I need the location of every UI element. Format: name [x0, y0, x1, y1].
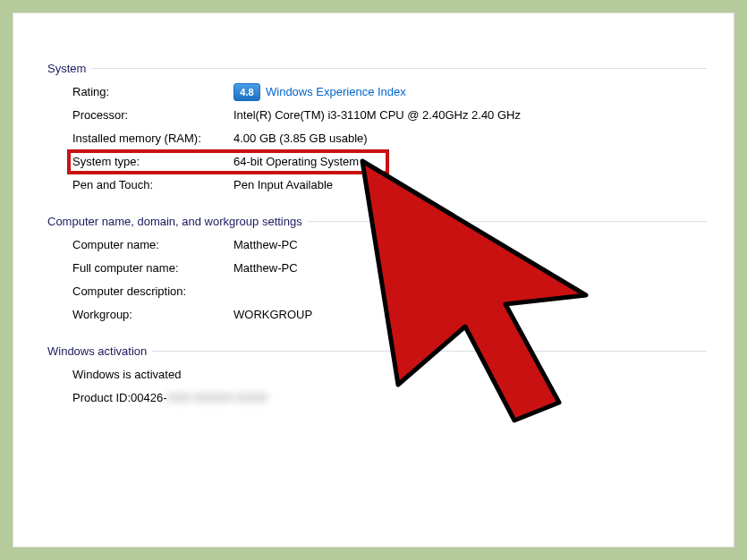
value-workgroup: WORKGROUP [233, 305, 707, 325]
label-fullname: Full computer name: [72, 259, 233, 278]
value-productid-prefix: 00426- [131, 388, 166, 408]
row-memory: Installed memory (RAM): 4.00 GB (3.85 GB… [72, 129, 707, 148]
row-pentouch: Pen and Touch: Pen Input Available [72, 175, 707, 195]
row-productid: Product ID: 00426- XXX-XXXXX-XXXX [72, 388, 707, 408]
row-computername: Computer name: Matthew-PC [72, 235, 707, 255]
value-systype: 64-bit Operating System [233, 152, 707, 172]
wei-link[interactable]: Windows Experience Index [266, 82, 406, 102]
row-fullname: Full computer name: Matthew-PC [72, 259, 707, 278]
value-description [233, 282, 707, 301]
value-productid-hidden: XXX-XXXXX-XXXX [167, 388, 268, 408]
label-description: Computer description: [72, 282, 233, 301]
row-workgroup: Workgroup: WORKGROUP [72, 305, 707, 325]
label-systype: System type: [72, 152, 233, 172]
label-memory: Installed memory (RAM): [72, 129, 233, 148]
label-productid: Product ID: [72, 388, 131, 408]
row-processor: Processor: Intel(R) Core(TM) i3-3110M CP… [72, 106, 707, 125]
value-rating: 4.8 Windows Experience Index [233, 82, 707, 102]
section-header-computer: Computer name, domain, and workgroup set… [47, 215, 707, 228]
value-computername: Matthew-PC [233, 235, 707, 255]
value-processor: Intel(R) Core(TM) i3-3110M CPU @ 2.40GHz… [233, 106, 707, 125]
row-system-type: System type: 64-bit Operating System [72, 152, 707, 172]
label-workgroup: Workgroup: [72, 305, 233, 325]
section-title-activation: Windows activation [47, 344, 152, 358]
divider [308, 221, 707, 222]
label-processor: Processor: [72, 106, 233, 125]
section-header-system: System [47, 62, 707, 75]
row-rating: Rating: 4.8 Windows Experience Index [72, 82, 707, 102]
value-fullname: Matthew-PC [233, 259, 707, 278]
value-memory: 4.00 GB (3.85 GB usable) [233, 129, 707, 148]
divider [91, 68, 707, 69]
value-pentouch: Pen Input Available [233, 175, 707, 195]
section-title-computer: Computer name, domain, and workgroup set… [47, 215, 308, 228]
label-rating: Rating: [72, 82, 233, 102]
label-computername: Computer name: [72, 235, 233, 255]
row-activation-status: Windows is activated [72, 365, 707, 385]
value-activation-status: Windows is activated [72, 365, 181, 385]
wei-score-badge: 4.8 [233, 83, 260, 101]
section-title-system: System [47, 62, 91, 75]
section-header-activation: Windows activation [47, 344, 707, 358]
row-description: Computer description: [72, 282, 707, 301]
system-properties-panel: System Rating: 4.8 Windows Experience In… [13, 13, 734, 547]
divider [152, 351, 707, 352]
label-pentouch: Pen and Touch: [72, 175, 233, 195]
